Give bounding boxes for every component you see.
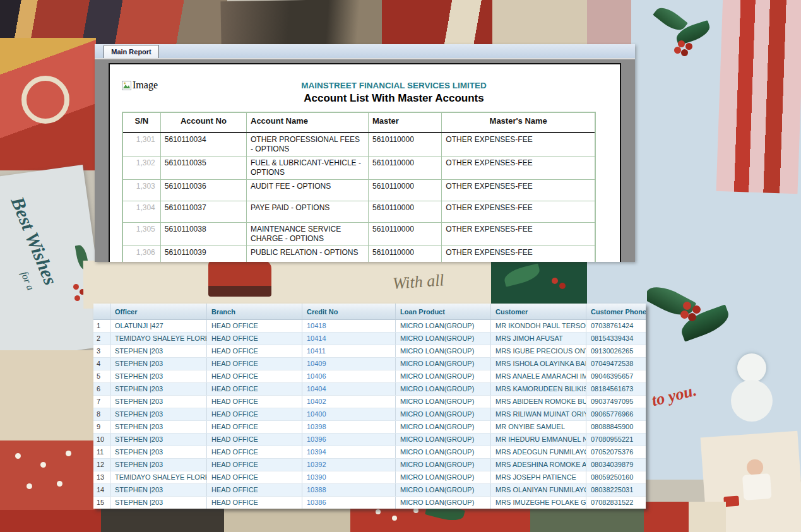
bg-card	[716, 0, 801, 194]
bg-card	[220, 0, 391, 47]
loan-product-cell: MICRO LOAN(GROUP)	[396, 434, 491, 446]
account-name-cell: OTHER PROFESSIONAL FEES - OPTIONS	[247, 133, 369, 156]
credit-no-link[interactable]: 10404	[302, 383, 396, 395]
officer-cell: STEPHEN |203	[110, 383, 207, 395]
table-row[interactable]: 14 STEPHEN |203 HEAD OFFICE 10388 MICRO …	[93, 484, 646, 497]
table-row[interactable]: 8 STEPHEN |203 HEAD OFFICE 10400 MICRO L…	[93, 408, 646, 421]
table-row[interactable]: 7 STEPHEN |203 HEAD OFFICE 10402 MICRO L…	[93, 396, 646, 408]
branch-cell: HEAD OFFICE	[207, 484, 302, 496]
column-header-credit-no[interactable]: Credit No	[302, 304, 396, 319]
column-header-branch[interactable]: Branch	[207, 304, 302, 319]
sn-cell: 1,306	[123, 246, 161, 262]
credit-no-link[interactable]: 10394	[302, 446, 396, 458]
loan-product-cell: MICRO LOAN(GROUP)	[396, 459, 491, 471]
credit-no-link[interactable]: 10390	[302, 471, 396, 483]
loan-grid-window: Officer Branch Credit No Loan Product Cu…	[93, 304, 646, 509]
column-header-customer-phone[interactable]: Customer Phone	[586, 304, 646, 319]
table-row[interactable]: 10 STEPHEN |203 HEAD OFFICE 10396 MICRO …	[93, 434, 646, 446]
column-header-master: Master	[369, 113, 442, 132]
branch-cell: HEAD OFFICE	[207, 446, 302, 458]
officer-cell: OLATUNJI |427	[110, 320, 207, 332]
loan-product-cell: MICRO LOAN(GROUP)	[396, 383, 491, 395]
sn-cell: 1,301	[123, 133, 161, 156]
sn-cell: 1,305	[123, 223, 161, 245]
customer-cell: MRS JIMOH AFUSAT	[491, 333, 586, 345]
account-name-cell: PUBLIC RELATION - OPTIONS	[247, 246, 369, 262]
broken-image-label: Image	[133, 80, 158, 91]
branch-cell: HEAD OFFICE	[207, 358, 302, 370]
branch-cell: HEAD OFFICE	[207, 434, 302, 446]
table-row[interactable]: 3 STEPHEN |203 HEAD OFFICE 10411 MICRO L…	[93, 345, 646, 358]
table-row: 1,302 5610110035 FUEL & LUBRICANT-VEHICL…	[123, 157, 595, 180]
row-number-cell: 11	[93, 446, 110, 458]
table-row[interactable]: 2 TEMIDAYO SHALEYE FLORENC HEAD OFFICE 1…	[93, 333, 646, 345]
bg-card	[492, 0, 596, 45]
master-cell: 5610110000	[369, 133, 442, 156]
table-row[interactable]: 4 STEPHEN |203 HEAD OFFICE 10409 MICRO L…	[93, 358, 646, 370]
officer-cell: STEPHEN |203	[110, 358, 207, 370]
credit-no-link[interactable]: 10388	[302, 484, 396, 496]
credit-no-link[interactable]: 10409	[302, 358, 396, 370]
row-number-cell: 15	[93, 497, 110, 509]
column-header-officer[interactable]: Officer	[110, 304, 207, 319]
account-name-cell: FUEL & LUBRICANT-VEHICLE - OPTIONS	[247, 157, 369, 179]
credit-no-link[interactable]: 10400	[302, 408, 396, 420]
loan-product-cell: MICRO LOAN(GROUP)	[396, 345, 491, 357]
master-cell: 5610110000	[369, 246, 442, 262]
branch-cell: HEAD OFFICE	[207, 471, 302, 483]
row-number-cell: 7	[93, 396, 110, 408]
sn-cell: 1,303	[123, 180, 161, 201]
report-viewer-area: Image MAINSTREET FINANCIAL SERVICES LIMI…	[95, 58, 635, 262]
broken-image-icon	[122, 81, 131, 90]
credit-no-link[interactable]: 10411	[302, 345, 396, 357]
credit-no-link[interactable]: 10386	[302, 497, 396, 509]
column-header-loan-product[interactable]: Loan Product	[396, 304, 491, 319]
credit-no-link[interactable]: 10396	[302, 434, 396, 446]
masters-name-cell: OTHER EXPENSES-FEE	[442, 223, 595, 245]
branch-cell: HEAD OFFICE	[207, 421, 302, 433]
report-page: Image MAINSTREET FINANCIAL SERVICES LIMI…	[109, 63, 621, 262]
table-row: 1,304 5610110037 PAYE PAID - OPTIONS 561…	[123, 201, 595, 223]
table-row[interactable]: 5 STEPHEN |203 HEAD OFFICE 10406 MICRO L…	[93, 370, 646, 383]
account-no-cell: 5610110034	[161, 133, 247, 156]
customer-cell: MR IHEDURU EMMANUEL NDU	[491, 434, 586, 446]
credit-no-link[interactable]: 10418	[302, 320, 396, 332]
row-number-cell: 12	[93, 459, 110, 471]
table-row[interactable]: 9 STEPHEN |203 HEAD OFFICE 10398 MICRO L…	[93, 421, 646, 434]
tab-main-report[interactable]: Main Report	[104, 45, 159, 58]
customer-cell: MR ONYIBE SAMUEL	[491, 421, 586, 433]
customer-phone-cell: 08034039879	[586, 459, 646, 471]
column-header-masters-name: Master's Name	[442, 113, 595, 132]
table-row[interactable]: 12 STEPHEN |203 HEAD OFFICE 10392 MICRO …	[93, 459, 646, 471]
broken-image-placeholder: Image	[122, 80, 158, 91]
customer-cell: MRS RILIWAN MUINAT ORIYO	[491, 408, 586, 420]
row-number-cell: 1	[93, 320, 110, 332]
branch-cell: HEAD OFFICE	[207, 383, 302, 395]
table-row[interactable]: 1 OLATUNJI |427 HEAD OFFICE 10418 MICRO …	[93, 320, 646, 333]
row-number-cell: 13	[93, 471, 110, 483]
officer-cell: STEPHEN |203	[110, 396, 207, 408]
table-row[interactable]: 6 STEPHEN |203 HEAD OFFICE 10404 MICRO L…	[93, 383, 646, 396]
credit-no-link[interactable]: 10398	[302, 421, 396, 433]
bg-card	[382, 0, 502, 44]
officer-cell: STEPHEN |203	[110, 421, 207, 433]
loan-product-cell: MICRO LOAN(GROUP)	[396, 446, 491, 458]
credit-no-link[interactable]: 10406	[302, 370, 396, 382]
table-row[interactable]: 15 STEPHEN |203 HEAD OFFICE 10386 MICRO …	[93, 497, 646, 509]
credit-no-link[interactable]: 10392	[302, 459, 396, 471]
column-header-customer[interactable]: Customer	[491, 304, 586, 319]
credit-no-link[interactable]: 10402	[302, 396, 396, 408]
customer-phone-cell: 08154339434	[586, 333, 646, 345]
customer-phone-cell: 07049472538	[586, 358, 646, 370]
customer-phone-cell: 07080955221	[586, 434, 646, 446]
loan-product-cell: MICRO LOAN(GROUP)	[396, 333, 491, 345]
customer-phone-cell: 08059250160	[586, 471, 646, 483]
company-name: MAINSTREET FINANCIAL SERVICES LIMITED	[255, 81, 533, 90]
table-row[interactable]: 13 TEMIDAYO SHALEYE FLORENC HEAD OFFICE …	[93, 471, 646, 484]
masters-name-cell: OTHER EXPENSES-FEE	[442, 246, 595, 262]
credit-no-link[interactable]: 10414	[302, 333, 396, 345]
grid-header-row: Officer Branch Credit No Loan Product Cu…	[93, 304, 646, 320]
table-row[interactable]: 11 STEPHEN |203 HEAD OFFICE 10394 MICRO …	[93, 446, 646, 459]
officer-cell: TEMIDAYO SHALEYE FLORENC	[110, 471, 207, 483]
loan-product-cell: MICRO LOAN(GROUP)	[396, 358, 491, 370]
